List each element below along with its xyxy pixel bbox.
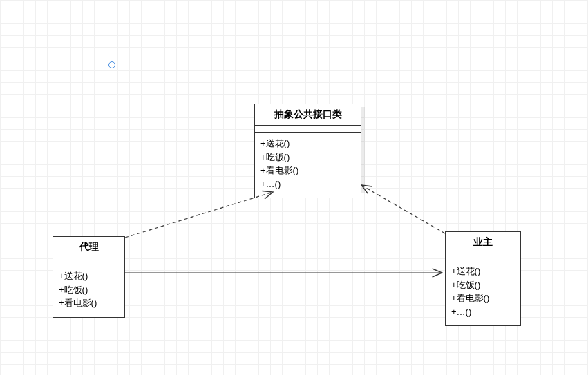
uml-method: +吃饭() [451,278,515,292]
uml-title: 业主 [446,232,520,253]
uml-method: +看电影() [451,291,515,305]
uml-methods: +送花() +吃饭() +看电影() +…() [446,260,520,325]
uml-method: +送花() [59,269,119,283]
uml-method: +…() [451,305,515,319]
uml-title: 代理 [53,237,124,258]
uml-attributes-empty [446,253,520,260]
uml-method: +送花() [451,265,515,278]
uml-method: +看电影() [59,296,119,310]
selection-handle[interactable] [108,61,115,68]
uml-method: +…() [260,177,355,191]
uml-attributes-empty [255,126,361,133]
uml-method: +吃饭() [59,283,119,297]
uml-attributes-empty [53,258,124,265]
uml-methods: +送花() +吃饭() +看电影() +…() [255,133,361,198]
uml-class-abstract[interactable]: 抽象公共接口类 +送花() +吃饭() +看电影() +…() [254,104,361,198]
uml-method: +看电影() [260,164,355,177]
uml-class-owner[interactable]: 业主 +送花() +吃饭() +看电影() +…() [445,231,521,326]
uml-class-proxy[interactable]: 代理 +送花() +吃饭() +看电影() [53,236,125,318]
uml-method: +送花() [260,137,355,151]
uml-title: 抽象公共接口类 [255,104,361,126]
uml-methods: +送花() +吃饭() +看电影() [53,265,124,317]
uml-method: +吃饭() [260,151,355,164]
